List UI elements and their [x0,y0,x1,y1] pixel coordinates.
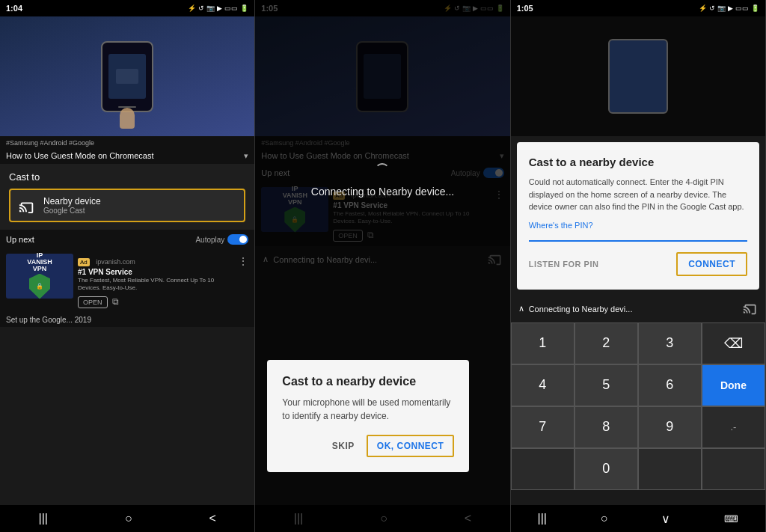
cast-title-1: Cast to [9,171,245,183]
modal-body-2: Your microphone will be used momentarily… [282,396,454,423]
cast-device-name-1: Nearby device [43,196,101,207]
dialog3-actions: LISTEN FOR PIN CONNECT [529,252,747,276]
video-bg-1 [0,16,254,136]
key-done[interactable]: Done [702,364,765,406]
next-video-label-1: Set up the Google... 2019 [0,313,254,327]
connecting-bar-3: ∧ Connecting to Nearby devi... [511,296,765,322]
more-options-icon-1[interactable]: ⋮ [238,254,248,267]
cast-icon-1 [18,197,36,215]
autoplay-row-1: Autoplay [195,234,248,245]
skip-button-2[interactable]: SKIP [332,441,355,451]
shield-icon-1: 🔒 [29,274,50,299]
backspace-icon: ⌫ [724,335,743,352]
connecting-label-2: Connecting to Nearby device... [311,186,454,198]
numpad-row-3: 7 8 9 .- [511,406,765,448]
key-9[interactable]: 9 [638,406,702,448]
nav-keyboard-3[interactable]: ⌨ [715,510,747,528]
video-thumb-1 [0,16,254,136]
cast-device-sub-1: Google Cast [43,207,101,215]
cast-icon-connecting-3 [743,300,758,318]
key-0[interactable]: 0 [574,448,638,490]
status-bar-3: 1:05 ⚡ ↺ 📷 ▶ ▭▭ 🔋 [511,0,765,16]
panel2-overlay: Connecting to Nearby device... Cast to a… [255,0,509,532]
cast-device-item-1[interactable]: Nearby device Google Cast [9,189,245,222]
key-empty-right [638,448,702,490]
listen-pin-btn-3[interactable]: LISTEN FOR PIN [529,260,599,269]
key-empty-left [511,448,574,490]
panel-1: 1:04 ⚡ ↺ 📷 ▶ ▭▭ 🔋 [0,0,255,532]
bottom-nav-3: ||| ○ ∨ ⌨ [511,505,765,532]
bottom-nav-1: ||| ○ < [0,505,254,532]
ad-thumb-1: IPVANISHVPN 🔒 [6,254,73,299]
ad-title-1: #1 VPN Service [78,268,233,276]
key-special[interactable]: .- [702,406,765,448]
nav-menu-1[interactable]: ||| [29,509,56,528]
phone-mock [101,41,153,112]
time-1: 1:04 [6,4,22,13]
panel3-content: Cast to a nearby device Could not automa… [511,136,765,505]
key-empty-far [702,448,765,490]
numpad-row-1: 1 2 3 ⌫ [511,322,765,364]
time-3: 1:05 [517,4,533,13]
key-backspace[interactable]: ⌫ [702,322,765,364]
nav-chevron-3[interactable]: ∨ [652,509,679,529]
where-pin-link-3[interactable]: Where's the PIN? [529,221,593,230]
status-icons-3: ⚡ ↺ 📷 ▶ ▭▭ 🔋 [699,4,759,12]
video-tags-1: #Samsung #Android #Google [0,136,254,150]
modal-actions-2: SKIP OK, CONNECT [282,435,454,457]
nav-menu-3[interactable]: ||| [529,509,556,528]
nav-home-1[interactable]: ○ [116,509,141,528]
cast-modal-2: Cast to a nearby device Your microphone … [267,360,469,472]
video-area-1 [0,16,254,136]
cast-panel-1: Cast to Nearby device Google Cast [0,164,254,230]
status-bar-1: 1:04 ⚡ ↺ 📷 ▶ ▭▭ 🔋 [0,0,254,16]
video-bg-3 [511,16,765,136]
ad-site-1: ipvanish.com [96,258,135,266]
section-header-1: Up next Autoplay [0,230,254,249]
connect-button-2[interactable]: OK, CONNECT [367,435,455,457]
key-6[interactable]: 6 [638,364,702,406]
ad-desc-1: The Fastest, Most Reliable VPN. Connect … [78,277,233,293]
modal-title-3: Cast to a nearby device [529,156,747,168]
status-icons-1: ⚡ ↺ 📷 ▶ ▭▭ 🔋 [188,4,248,12]
key-3[interactable]: 3 [638,322,702,364]
panel-2: 1:05 ⚡ ↺ 📷 ▶ ▭▭ 🔋 Connecting to Nearby d… [255,0,510,532]
key-8[interactable]: 8 [574,406,638,448]
dropdown-icon-1[interactable]: ▾ [244,151,248,161]
numpad-row-2: 4 5 6 Done [511,364,765,406]
connecting-top: Connecting to Nearby device... [255,0,509,360]
open-btn-1[interactable]: OPEN [78,296,108,308]
cast-device-info-1: Nearby device Google Cast [43,196,101,215]
connecting-text-3: ∧ Connecting to Nearby devi... [518,304,633,314]
modal-body-3: Could not automatically connect. Enter t… [529,176,747,213]
video-title-1: How to Use Guest Mode on Chromecast ▾ [0,150,254,164]
external-link-icon-1: ⧉ [112,296,119,307]
phone-screen [108,54,146,99]
key-4[interactable]: 4 [511,364,574,406]
chevron-up-icon-3: ∧ [518,304,524,314]
ad-badge-1: Ad [78,258,90,266]
numpad-row-4: 0 [511,448,765,490]
ad-info-1: Ad ipvanish.com #1 VPN Service The Faste… [78,254,233,308]
panel-3: 1:05 ⚡ ↺ 📷 ▶ ▭▭ 🔋 Cast to a nearby devic… [511,0,766,532]
key-1[interactable]: 1 [511,322,574,364]
pin-divider-3 [529,240,747,242]
nav-back-1[interactable]: < [200,509,224,528]
ad-card-1: IPVANISHVPN 🔒 Ad ipvanish.com #1 VPN Ser… [0,249,254,313]
cast-dialog-3: Cast to a nearby device Could not automa… [517,142,759,290]
key-7[interactable]: 7 [511,406,574,448]
connect-button-3[interactable]: CONNECT [676,252,747,276]
modal-title-2: Cast to a nearby device [282,375,454,388]
hand-icon [120,108,135,129]
key-5[interactable]: 5 [574,364,638,406]
up-next-label-1: Up next [6,235,34,244]
nav-home-3[interactable]: ○ [592,509,617,528]
vpn-logo-1: IPVANISHVPN [27,252,52,272]
key-2[interactable]: 2 [574,322,638,364]
spinner-2 [375,163,390,178]
autoplay-toggle-1[interactable] [227,234,248,245]
numpad-area-3: 1 2 3 ⌫ 4 5 6 Done 7 8 9 .- 0 [511,322,765,490]
